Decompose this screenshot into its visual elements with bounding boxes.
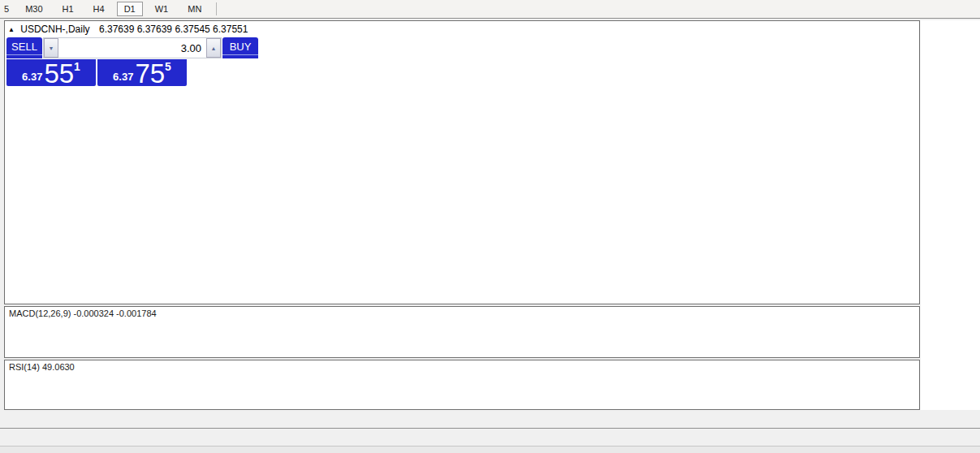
buy-button[interactable]: BUY <box>222 37 258 58</box>
macd-title: MACD(12,26,9) <box>9 308 71 318</box>
sell-button-label: SELL <box>11 41 37 53</box>
volume-increase-button[interactable]: ▲ <box>206 38 221 58</box>
buy-price-display[interactable]: 6.37 75 5 <box>97 59 187 86</box>
chart-symbol-label: USDCNH-,Daily <box>20 24 89 35</box>
sell-price-pip-digit: 1 <box>74 60 80 73</box>
volume-stepper: ▼ ▲ <box>43 37 222 58</box>
one-click-trading-panel: SELL ▼ ▲ BUY 6.37 55 1 6.37 75 5 <box>6 37 187 86</box>
sell-underline <box>6 54 42 55</box>
bottom-strip <box>0 446 980 453</box>
macd-header: MACD(12,26,9) -0.000324 -0.001784 <box>9 308 157 318</box>
macd-value-signal: -0.001784 <box>116 308 157 318</box>
macd-value-main: -0.000324 <box>73 308 114 318</box>
rsi-value: 49.0630 <box>42 362 75 372</box>
buy-price-pip-digit: 5 <box>165 60 171 73</box>
buy-price-prefix: 6.37 <box>113 71 133 83</box>
chart-ohlc-values: 6.37639 6.37639 6.37545 6.37551 <box>99 24 248 35</box>
buy-price-big-digits: 75 <box>135 63 165 84</box>
mt4-window: 5M30H1H4D1W1MN ▲ USDCNH-,Daily 6.37639 6… <box>0 0 980 453</box>
chart-header: ▲ USDCNH-,Daily 6.37639 6.37639 6.37545 … <box>8 24 248 35</box>
volume-input[interactable] <box>58 38 206 58</box>
sell-price-big-digits: 55 <box>44 63 74 84</box>
sell-price-display[interactable]: 6.37 55 1 <box>6 59 96 86</box>
sell-button[interactable]: SELL <box>6 37 42 58</box>
volume-decrease-button[interactable]: ▼ <box>44 38 58 58</box>
trade-panel-top-row: SELL ▼ ▲ BUY <box>6 37 187 58</box>
buy-button-label: BUY <box>230 41 252 53</box>
collapse-triangle-icon[interactable]: ▲ <box>8 26 15 33</box>
buy-underline <box>222 54 258 55</box>
rsi-title: RSI(14) <box>9 362 40 372</box>
chart-tab-bar <box>0 428 980 446</box>
sell-price-prefix: 6.37 <box>22 71 42 83</box>
rsi-header: RSI(14) 49.0630 <box>9 362 75 372</box>
